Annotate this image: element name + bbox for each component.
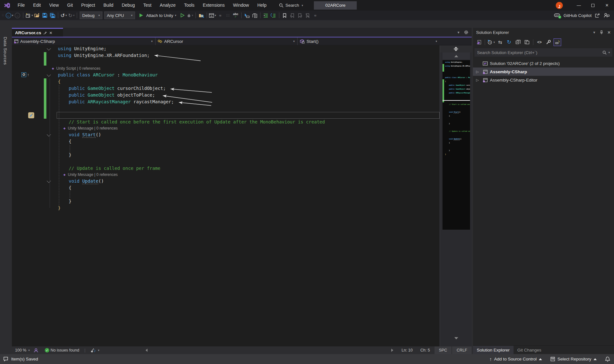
- bookmarks-overflow-icon[interactable]: ≂: [312, 12, 319, 19]
- copy-structure-button[interactable]: [251, 12, 258, 19]
- pending-changes-filter-icon[interactable]: ▾: [487, 38, 495, 46]
- start-debug-button[interactable]: [138, 12, 145, 19]
- github-copilot-label[interactable]: GitHub Copilot: [563, 13, 592, 18]
- suggestions-icon[interactable]: [34, 348, 38, 353]
- column-indicator[interactable]: Ch: 5: [417, 348, 434, 352]
- code-row[interactable]: using UnityEngine;: [12, 45, 440, 52]
- splitter-handle[interactable]: [440, 45, 472, 52]
- navigate-back-button[interactable]: ←▾: [6, 12, 13, 19]
- decrease-indent-button[interactable]: [262, 12, 269, 19]
- select-repository-button[interactable]: Select Repository: [550, 357, 597, 361]
- solution-name-box[interactable]: 02ARCore: [314, 1, 357, 10]
- space-mode-indicator[interactable]: SPC: [435, 346, 452, 354]
- tab-options-gear-icon[interactable]: [464, 30, 468, 35]
- line-indicator[interactable]: Ln: 10: [398, 348, 417, 352]
- code-row[interactable]: public GameObject cursorChildObject;: [12, 85, 440, 92]
- toolbar-overflow-icon[interactable]: ≂: [217, 12, 224, 19]
- document-tab[interactable]: ARCursor.cs ✕: [12, 28, 63, 37]
- document-list-icon[interactable]: ▼: [457, 31, 460, 34]
- configuration-dropdown[interactable]: Debug▾: [80, 12, 102, 19]
- chevron-right-icon[interactable]: ▷: [476, 70, 481, 74]
- code-row[interactable]: [12, 145, 440, 152]
- code-row[interactable]: {: [12, 185, 440, 191]
- refresh-icon[interactable]: ↻: [505, 38, 513, 46]
- code-row[interactable]: public GameObject objectToPlace;: [12, 92, 440, 99]
- solution-explorer-search[interactable]: Search Solution Explorer (Ctrl+`) ▾: [474, 48, 612, 57]
- code-row[interactable]: ◆Unity Message | 0 references: [12, 172, 440, 178]
- view-code-icon[interactable]: <>: [536, 38, 543, 46]
- type-dropdown[interactable]: ARCursor▾: [155, 37, 298, 45]
- code-row[interactable]: void Start(): [12, 131, 440, 138]
- code-row[interactable]: {: [12, 78, 440, 85]
- attach-to-unity-label[interactable]: Attach to Unity: [146, 13, 173, 18]
- hscroll-right-arrow[interactable]: [391, 349, 393, 352]
- code-row[interactable]: [12, 59, 440, 66]
- menu-git[interactable]: Git: [63, 0, 77, 11]
- minimap-content[interactable]: using UnityEngine;using UnityEngine.XR.A…: [443, 60, 470, 230]
- panel-title-bar[interactable]: Solution Explorer ▼ ✕: [473, 28, 614, 37]
- code-row[interactable]: ◆Unity Message | 0 references: [12, 125, 440, 131]
- line-ending-indicator[interactable]: CRLF: [452, 346, 472, 354]
- code-row[interactable]: using UnityEngine.XR.ARFoundation;: [12, 52, 440, 59]
- save-all-button[interactable]: [49, 12, 56, 19]
- menu-window[interactable]: Window: [229, 0, 253, 11]
- github-copilot-icon[interactable]: ✓: [554, 13, 560, 18]
- properties-icon[interactable]: [545, 38, 552, 46]
- new-project-button[interactable]: ▾: [25, 12, 33, 19]
- add-to-source-control-button[interactable]: ↑ Add to Source Control: [490, 356, 542, 362]
- code-row[interactable]: }: [12, 198, 440, 205]
- code-row[interactable]: // Start is called once before the first…: [12, 119, 440, 125]
- solution-explorer-home-button[interactable]: ▾: [209, 12, 216, 19]
- code-row[interactable]: [12, 105, 440, 112]
- code-row[interactable]: }: [12, 205, 440, 211]
- chevron-right-icon[interactable]: ▷: [476, 78, 481, 82]
- code-row[interactable]: public ARRaycastManager raycastManager;: [12, 99, 440, 105]
- next-bookmark-button[interactable]: [297, 12, 304, 19]
- spell-check-button[interactable]: abc✓: [232, 12, 239, 19]
- scrollbar-minimap[interactable]: using UnityEngine;using UnityEngine.XR.A…: [440, 45, 472, 346]
- code-row[interactable]: void Update(): [12, 178, 440, 185]
- sync-with-active-document-icon[interactable]: ⇆: [496, 38, 504, 46]
- code-row[interactable]: }: [12, 152, 440, 158]
- undo-button[interactable]: ↺▾: [60, 12, 67, 19]
- collapse-all-icon[interactable]: [514, 38, 522, 46]
- tab-solution-explorer[interactable]: Solution Explorer: [473, 346, 514, 354]
- notifications-bell-icon[interactable]: [605, 356, 610, 362]
- code-row[interactable]: ◆Unity Script | 0 references: [12, 66, 440, 72]
- share-icon[interactable]: [595, 13, 601, 18]
- minimize-button[interactable]: —: [572, 0, 586, 11]
- show-all-files-icon[interactable]: [523, 38, 531, 46]
- tree-row-project[interactable]: ▷ # Assembly-CSharp-Editor: [473, 76, 614, 84]
- code-row[interactable]: [12, 112, 440, 119]
- open-file-button[interactable]: [34, 12, 41, 19]
- increase-indent-button[interactable]: [270, 12, 277, 19]
- menu-view[interactable]: View: [45, 0, 63, 11]
- previous-bookmark-button[interactable]: [289, 12, 296, 19]
- feedback-icon[interactable]: [604, 13, 610, 18]
- maximize-button[interactable]: [586, 0, 600, 11]
- menu-build[interactable]: Build: [99, 0, 117, 11]
- tree-row-solution[interactable]: Solution '02ARCore' (2 of 2 projects): [473, 59, 614, 67]
- code-row[interactable]: [12, 158, 440, 165]
- panel-menu-icon[interactable]: ▼: [593, 31, 596, 34]
- menu-extensions[interactable]: Extensions: [199, 0, 229, 11]
- search-control[interactable]: Search ▾: [279, 3, 303, 8]
- menu-debug[interactable]: Debug: [117, 0, 139, 11]
- code-editor[interactable]: O↑ using UnityEngine;using UnityEngine.X…: [12, 45, 472, 346]
- menu-analyze[interactable]: Analyze: [155, 0, 180, 11]
- menu-help[interactable]: Help: [253, 0, 271, 11]
- code-row[interactable]: public class ARCursor : MonoBehaviour: [12, 72, 440, 78]
- pin-icon[interactable]: [44, 31, 47, 35]
- menu-file[interactable]: File: [13, 0, 29, 11]
- health-indicator[interactable]: ✓ No issues found: [45, 348, 79, 352]
- toggle-bookmark-button[interactable]: [281, 12, 288, 19]
- account-avatar[interactable]: J: [556, 2, 563, 9]
- switch-views-icon[interactable]: [475, 38, 482, 46]
- menu-project[interactable]: Project: [77, 0, 100, 11]
- hscroll-left-arrow[interactable]: [146, 349, 148, 352]
- close-button[interactable]: ✕: [600, 0, 614, 11]
- panel-close-icon[interactable]: ✕: [607, 30, 611, 35]
- find-in-files-button[interactable]: [198, 12, 205, 19]
- zoom-dropdown[interactable]: 100 %▾: [15, 348, 30, 352]
- attach-dropdown-icon[interactable]: ▾: [175, 14, 176, 17]
